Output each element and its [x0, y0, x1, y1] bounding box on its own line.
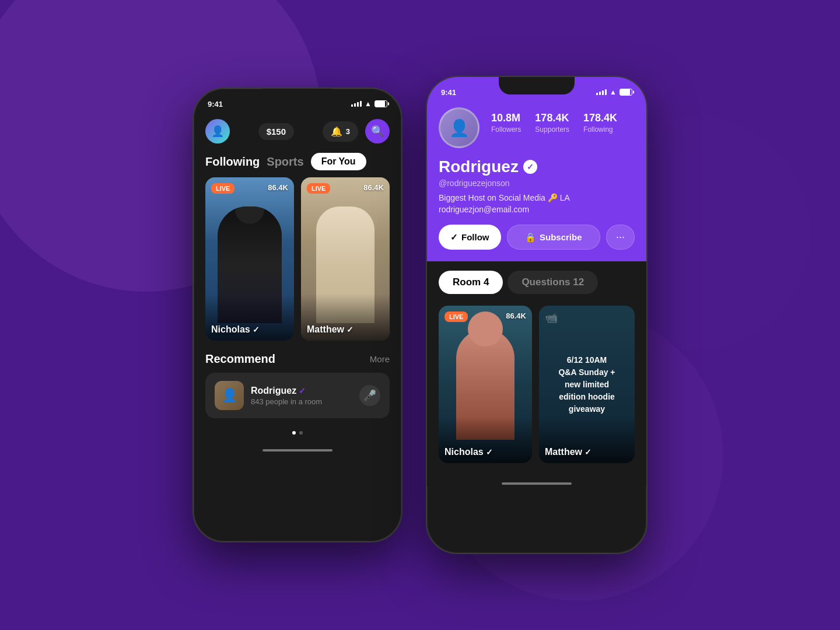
- recommend-section: Recommend More 👤 Rodriguez ✓ 843 people …: [194, 341, 401, 424]
- battery-icon: [374, 100, 387, 107]
- subscribe-label: Subscribe: [540, 232, 582, 242]
- profile-stats: 10.8M Followers 178.4K Supporters 178.4K…: [491, 107, 635, 134]
- page-dots: [194, 424, 401, 442]
- signal-bar-3: [357, 102, 359, 107]
- phone2-signal-bar-2: [599, 92, 601, 95]
- matthew-name-text: Matthew: [307, 324, 344, 335]
- following-count: 178.4K: [583, 112, 617, 124]
- p2-live-card-nicholas[interactable]: LIVE 86.4K Nicholas ✓: [439, 306, 532, 463]
- recommend-card-rodriguez[interactable]: 👤 Rodriguez ✓ 843 people in a room 🎤: [205, 373, 390, 418]
- nicholas-verified-icon: ✓: [253, 325, 260, 334]
- phone2-content: 👤 10.8M Followers 178.4K Supporters 178.…: [427, 103, 646, 553]
- following-label: Following: [583, 125, 617, 134]
- tab-questions[interactable]: Questions 12: [508, 271, 598, 294]
- phone2-notch: [499, 77, 575, 94]
- p2-nicholas-live-badge: LIVE: [444, 312, 468, 322]
- tab-sports[interactable]: Sports: [267, 155, 303, 169]
- followers-label: Followers: [491, 125, 521, 134]
- phone1-header: 👤 $150 🔔 3 🔍: [194, 114, 401, 150]
- phone2-wifi-icon: ▲: [610, 88, 617, 96]
- mic-button[interactable]: 🎤: [359, 385, 380, 406]
- rodriguez-avatar: 👤: [215, 381, 244, 410]
- nicholas-live-badge: LIVE: [211, 183, 235, 194]
- more-button[interactable]: More: [370, 354, 390, 364]
- notification-count: 3: [346, 127, 350, 136]
- profile-avatar: 👤: [439, 107, 480, 148]
- signal-bar-4: [360, 101, 362, 107]
- subscribe-button[interactable]: 🔒 Subscribe: [507, 225, 600, 250]
- rodriguez-subtitle: 843 people in a room: [251, 397, 352, 406]
- phone2-battery-icon: [620, 89, 632, 96]
- search-icon: 🔍: [371, 125, 384, 138]
- follow-label: Follow: [461, 232, 489, 242]
- notification-button[interactable]: 🔔 3: [323, 121, 358, 142]
- matthew-name: Matthew ✓: [307, 324, 354, 335]
- phone1-time: 9:41: [208, 100, 223, 108]
- tab-for-you[interactable]: For You: [311, 153, 366, 170]
- phone2-signal-bar-4: [605, 89, 607, 95]
- dot-2: [299, 431, 303, 435]
- matthew-viewer-count: 86.4K: [363, 183, 384, 192]
- phone2-signal-icon: [596, 89, 607, 95]
- nicholas-name-text: Nicholas: [211, 324, 250, 335]
- supporters-label: Supporters: [535, 125, 569, 134]
- profile-email: rodriguezjon@email.com: [439, 205, 529, 214]
- tab-questions-count-value: 12: [573, 276, 584, 288]
- recommend-header: Recommend More: [205, 352, 390, 366]
- nicholas-viewer-count: 86.4K: [268, 183, 288, 192]
- rodriguez-name: Rodriguez ✓: [251, 386, 352, 396]
- phone2-battery-fill: [620, 89, 630, 95]
- live-card-nicholas[interactable]: LIVE 86.4K Nicholas ✓: [205, 177, 294, 341]
- phone1-tabs: Following Sports For You: [194, 150, 401, 177]
- bell-icon: 🔔: [331, 126, 342, 137]
- phone2-home-bar: [502, 482, 572, 485]
- live-card-matthew[interactable]: LIVE 86.4K Matthew ✓: [301, 177, 390, 341]
- profile-bio: Biggest Host on Social Media 🔑 LA rodrig…: [439, 192, 635, 215]
- battery-fill: [375, 101, 385, 107]
- signal-bar-2: [354, 103, 356, 107]
- supporters-stat: 178.4K Supporters: [535, 112, 569, 134]
- profile-name: Rodriguez: [439, 158, 519, 176]
- scheduled-event-text: 6/12 10AMQ&A Sunday +new limitededition …: [539, 345, 635, 425]
- profile-bio-text: Biggest Host on Social Media 🔑 LA: [439, 193, 570, 202]
- signal-bar-1: [351, 104, 353, 107]
- phone2-home-indicator: [427, 469, 646, 487]
- matthew-verified-icon: ✓: [346, 325, 354, 334]
- phone2-signal-bar-3: [602, 90, 604, 95]
- p2-card-matthew[interactable]: 📹 6/12 10AMQ&A Sunday +new limitededitio…: [539, 306, 635, 463]
- phone2-cards-container: LIVE 86.4K Nicholas ✓ 📹 6/12 10AMQ&A Sun…: [427, 300, 646, 469]
- search-button[interactable]: 🔍: [365, 119, 390, 144]
- tab-room-label: Room: [453, 276, 481, 288]
- home-bar: [262, 449, 332, 452]
- follow-checkmark-icon: ✓: [450, 232, 458, 243]
- p2-matthew-name-text: Matthew: [545, 447, 582, 457]
- followers-stat: 10.8M Followers: [491, 112, 521, 134]
- phone-1: 9:41 ▲ 👤 $150: [192, 88, 402, 542]
- balance-display: $150: [258, 123, 294, 140]
- profile-actions: ✓ Follow 🔒 Subscribe ···: [439, 225, 635, 250]
- phone1-notch: [262, 89, 332, 106]
- p2-nicholas-verified: ✓: [486, 447, 493, 457]
- phone-2: 9:41 ▲ 👤: [426, 76, 648, 554]
- phone1-home-indicator: [194, 442, 401, 459]
- phone2-tabs: Room 4 Questions 12: [427, 261, 646, 300]
- following-stat: 178.4K Following: [583, 112, 617, 134]
- followers-count: 10.8M: [491, 112, 521, 124]
- more-dots-icon: ···: [616, 231, 625, 243]
- live-cards-container: LIVE 86.4K Nicholas ✓ LIVE 86.4K: [194, 177, 401, 341]
- phones-container: 9:41 ▲ 👤 $150: [192, 76, 648, 554]
- p2-nicholas-viewer-count: 86.4K: [506, 312, 526, 320]
- rodriguez-info: Rodriguez ✓ 843 people in a room: [251, 386, 352, 406]
- more-options-button[interactable]: ···: [606, 225, 635, 250]
- profile-name-row: Rodriguez ✓: [439, 158, 635, 176]
- recommend-title: Recommend: [205, 352, 275, 366]
- phone1-content: 👤 $150 🔔 3 🔍 Following Sports For You: [194, 114, 401, 541]
- p2-nicholas-name-text: Nicholas: [444, 447, 484, 457]
- phone2-signal-bar-1: [596, 93, 598, 95]
- tab-room-count-value: 4: [484, 276, 489, 288]
- tab-room[interactable]: Room 4: [439, 271, 503, 294]
- follow-button[interactable]: ✓ Follow: [439, 225, 501, 250]
- user-avatar[interactable]: 👤: [205, 119, 230, 144]
- tab-following[interactable]: Following: [205, 155, 260, 169]
- rodriguez-verified-icon: ✓: [299, 386, 306, 396]
